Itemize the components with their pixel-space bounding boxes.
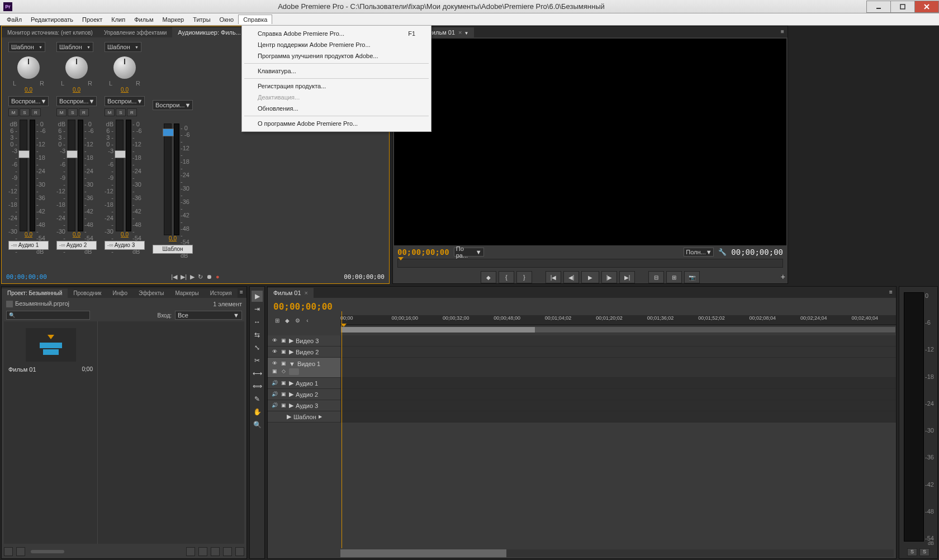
add-button-icon[interactable]: + [781, 272, 785, 281]
track-master[interactable] [340, 411, 896, 422]
output-dropdown[interactable]: Шаблон▼ [105, 42, 141, 52]
step-back-button[interactable]: ◀| [563, 271, 579, 283]
filter-dropdown[interactable]: Все▼ [175, 311, 242, 320]
track-a3[interactable] [340, 400, 896, 411]
step-forward-button[interactable]: |▶ [601, 271, 617, 283]
search-input[interactable] [6, 311, 90, 320]
track-v2[interactable] [340, 347, 896, 357]
marker-icon[interactable]: ◆ [283, 316, 291, 324]
panel-menu-icon[interactable] [238, 288, 245, 296]
mark-out-button[interactable]: } [516, 271, 532, 283]
loop-icon[interactable]: ↻ [198, 273, 203, 281]
timeline-timecode[interactable]: 00;00;00;00 [273, 301, 890, 312]
output-dropdown[interactable]: Шаблон▼ [56, 42, 93, 52]
program-viewport[interactable] [394, 39, 786, 245]
pan-value[interactable]: 0,0 [8, 87, 49, 93]
eye-icon[interactable]: 👁 [271, 338, 278, 344]
record-button[interactable]: R [79, 108, 89, 116]
help-registration[interactable]: Регистрация продукта... [242, 80, 431, 92]
track-header-master[interactable]: ▶Шаблон▶ [268, 411, 340, 422]
pan-knob[interactable] [113, 56, 136, 79]
track-header-v2[interactable]: 👁▣▶Видео 2 [268, 347, 340, 357]
new-item-button[interactable] [223, 547, 232, 556]
eye-icon[interactable]: 👁 [271, 360, 278, 367]
program-timecode-left[interactable]: 00;00;00;00 [397, 248, 449, 257]
solo-button[interactable]: S [68, 108, 78, 116]
new-bin-button[interactable] [211, 547, 220, 556]
tab-markers[interactable]: Маркеры [169, 288, 204, 298]
automation-dropdown[interactable]: Воспрои...▼ [56, 96, 97, 106]
record-button[interactable]: R [31, 108, 41, 116]
menu-window[interactable]: Окно [215, 15, 239, 24]
go-to-out-icon[interactable]: ▶| [181, 273, 187, 281]
quality-dropdown[interactable]: Полн...▼ [684, 248, 714, 257]
slide-tool-icon[interactable]: ⟺ [252, 381, 263, 392]
help-product-improvement[interactable]: Программа улучшения продуктов Adobe... [242, 50, 431, 61]
volume-fader[interactable] [116, 120, 124, 231]
close-button[interactable] [914, 1, 939, 13]
settings-icon[interactable]: 🔧 [718, 248, 727, 256]
help-about[interactable]: О программе Adobe Premiere Pro... [242, 118, 431, 129]
track-select-tool-icon[interactable]: ⇥ [252, 303, 263, 315]
track-header-v3[interactable]: 👁▣▶Видео 3 [268, 335, 340, 346]
menu-marker[interactable]: Маркер [158, 15, 188, 24]
track-header-a2[interactable]: 🔊▣▶Аудио 2 [268, 389, 340, 400]
menu-title[interactable]: Титры [188, 15, 215, 24]
playhead[interactable] [342, 311, 342, 548]
play-icon[interactable]: ▶ [190, 273, 195, 281]
rolling-edit-tool-icon[interactable]: ⇆ [252, 329, 263, 340]
automation-dropdown[interactable]: Воспрои...▼ [153, 100, 193, 110]
record-icon[interactable]: ⏺ [206, 273, 212, 280]
project-bin[interactable]: Фильм 01 0;00 [4, 321, 244, 544]
play-button[interactable]: ▶ [581, 271, 599, 283]
menu-sequence[interactable]: Фильм [130, 15, 158, 24]
menu-clip[interactable]: Клип [107, 15, 130, 24]
track-header-v1[interactable]: 👁▣▼Видео 1▣◇ [268, 358, 340, 377]
work-area-bar[interactable] [340, 326, 896, 333]
mute-button[interactable]: M [56, 108, 67, 116]
program-scrubber[interactable] [397, 259, 783, 268]
tab-project[interactable]: Проект: Безымянный [2, 288, 68, 298]
go-to-in-icon[interactable]: |◀ [171, 273, 177, 281]
automation-dropdown[interactable]: Воспрои...▼ [105, 96, 145, 106]
delete-button[interactable] [235, 547, 244, 556]
menu-file[interactable]: Файл [2, 15, 26, 24]
menu-edit[interactable]: Редактировать [26, 15, 78, 24]
help-support-center[interactable]: Центр поддержки Adobe Premiere Pro... [242, 39, 431, 50]
help-premiere-help[interactable]: Справка Adobe Premiere Pro...F1 [242, 28, 431, 39]
volume-fader[interactable] [68, 120, 75, 231]
track-header-a3[interactable]: 🔊▣▶Аудио 3 [268, 400, 340, 411]
volume-fader[interactable] [164, 124, 172, 235]
tab-sequence[interactable]: Фильм 01× [268, 288, 314, 298]
pan-value[interactable]: 0,0 [105, 87, 145, 93]
automation-dropdown[interactable]: Воспрои...▼ [8, 96, 49, 106]
track-header-a1[interactable]: 🔊▣▶Аудио 1 [268, 378, 340, 388]
minimize-button[interactable] [866, 1, 891, 13]
menu-project[interactable]: Проект [78, 15, 107, 24]
output-dropdown[interactable]: Шаблон▼ [8, 42, 45, 52]
settings-icon[interactable]: ⚙ [293, 316, 301, 324]
list-view-button[interactable] [4, 547, 13, 556]
track-a2[interactable] [340, 389, 896, 400]
find-button[interactable] [198, 547, 207, 556]
lift-button[interactable]: ⊟ [648, 271, 664, 283]
zoom-fit-dropdown[interactable]: По ра...▼ [454, 248, 484, 257]
hand-tool-icon[interactable]: ✋ [252, 406, 263, 417]
tab-effects[interactable]: Эффекты [133, 288, 169, 298]
pan-value[interactable]: 0,0 [56, 87, 97, 93]
slip-tool-icon[interactable]: ⟷ [252, 368, 263, 379]
pan-knob[interactable] [17, 56, 40, 79]
bin-item[interactable]: Фильм 01 0;00 [4, 321, 98, 544]
speaker-icon[interactable]: 🔊 [271, 380, 278, 387]
tab-effect-controls[interactable]: Управление эффектами [98, 28, 172, 37]
speaker-icon[interactable]: 🔊 [271, 402, 278, 409]
eye-icon[interactable]: 👁 [271, 349, 278, 355]
zoom-tool-icon[interactable]: 🔍 [252, 419, 263, 430]
mark-in-button[interactable]: { [499, 271, 514, 283]
maximize-button[interactable] [890, 1, 915, 13]
snap-icon[interactable]: ⊞ [273, 316, 281, 324]
chevron-icon[interactable]: ‹ [303, 316, 311, 324]
pan-knob[interactable] [65, 56, 88, 79]
solo-button[interactable]: S [20, 108, 30, 116]
menu-help[interactable]: Справка [238, 15, 272, 24]
